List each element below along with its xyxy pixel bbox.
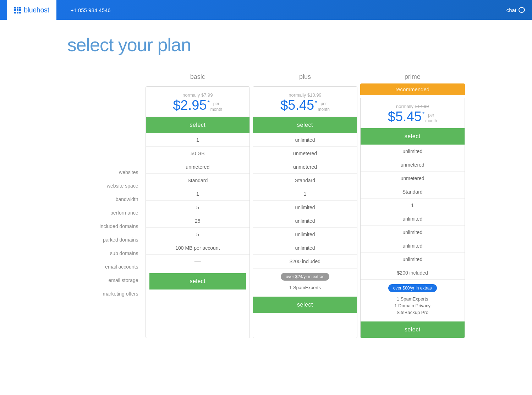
label-marketing-offers: marketing offers	[67, 287, 146, 301]
plan-basic-card: normally $7.99 $2.95 * permonth select 1…	[146, 86, 250, 338]
prime-domain-privacy: 1 Domain Privacy	[364, 303, 461, 308]
basic-email-accounts: 5	[146, 228, 250, 241]
plus-websites: unlimited	[253, 133, 357, 147]
plan-basic-select-bottom[interactable]: select	[149, 273, 246, 290]
label-sub-domains: sub domains	[67, 247, 146, 260]
plan-plus-card: normally $10.99 $5.45 * permonth select …	[253, 86, 357, 338]
feature-labels-column: websites website space bandwidth perform…	[67, 73, 146, 301]
plan-prime-select-top[interactable]: select	[361, 128, 465, 145]
label-email-storage: email storage	[67, 274, 146, 287]
basic-sub-domains: 25	[146, 214, 250, 228]
prime-marketing-offers: $200 included	[361, 266, 465, 280]
recommended-badge: recommended	[360, 83, 465, 95]
plan-prime-select-bottom[interactable]: select	[361, 321, 465, 338]
plan-basic-per: permonth	[210, 101, 222, 112]
label-parked-domains: parked domains	[67, 233, 146, 247]
plus-marketing-offers: $200 included	[253, 255, 357, 268]
plans-wrapper: websites website space bandwidth perform…	[67, 73, 465, 338]
plan-plus-pricing: normally $10.99 $5.45 * permonth	[253, 87, 357, 117]
plan-prime-tier: prime	[360, 73, 465, 81]
prime-sitebackup: SiteBackup Pro	[364, 310, 461, 315]
prime-included-domains: 1	[361, 199, 465, 212]
plan-plus-normally: normally $10.99	[257, 92, 353, 98]
plan-plus-price: $5.45	[280, 98, 314, 112]
basic-marketing-dash: —	[194, 258, 201, 265]
page-title: select your plan	[67, 34, 465, 55]
plan-prime-asterisk: *	[422, 111, 424, 118]
plus-spamexperts: 1 SpamExperts	[257, 285, 353, 290]
logo-area: bluehost	[7, 0, 56, 20]
basic-performance: Standard	[146, 174, 250, 187]
prime-spamexperts: 1 SpamExperts	[364, 296, 461, 302]
plus-extras: over $24/yr in extras 1 SpamExperts	[253, 268, 357, 296]
plan-basic-price-row: $2.95 * permonth	[150, 98, 246, 112]
basic-websites: 1	[146, 133, 250, 147]
plan-prime: prime recommended normally $14.99 $5.45 …	[360, 73, 465, 338]
plus-parked-domains: unlimited	[253, 201, 357, 214]
chat-label: chat	[506, 7, 516, 13]
prime-performance: Standard	[361, 185, 465, 199]
header: bluehost +1 855 984 4546 chat	[0, 0, 532, 20]
prime-parked-domains: unlimited	[361, 212, 465, 226]
prime-websites: unlimited	[361, 145, 465, 158]
plan-basic-normally: normally $7.99	[150, 92, 246, 98]
label-websites: websites	[67, 166, 146, 179]
prime-extras: over $80/yr in extras 1 SpamExperts 1 Do…	[361, 280, 465, 321]
plan-prime-per: permonth	[425, 113, 437, 124]
basic-bandwidth: unmetered	[146, 160, 250, 174]
plan-prime-card: normally $14.99 $5.45 * permonth select …	[360, 98, 465, 338]
plus-extras-badge: over $24/yr in extras	[281, 273, 329, 281]
label-included-domains: included domains	[67, 220, 146, 233]
plus-marketing-price: $200 included	[290, 259, 320, 264]
basic-parked-domains: 5	[146, 201, 250, 214]
plan-basic-price: $2.95	[173, 98, 207, 112]
plus-included-domains: 1	[253, 187, 357, 201]
label-performance: performance	[67, 206, 146, 220]
prime-email-storage: unlimited	[361, 253, 465, 266]
plan-basic-tier: basic	[146, 73, 250, 81]
logo-text: bluehost	[24, 6, 49, 14]
plus-email-storage: unlimited	[253, 241, 357, 255]
logo-grid-icon	[14, 7, 21, 13]
plus-sub-domains: unlimited	[253, 214, 357, 228]
plus-performance: Standard	[253, 174, 357, 187]
plan-prime-pricing: normally $14.99 $5.45 * permonth	[361, 98, 465, 128]
page-content: select your plan websites website space …	[53, 20, 479, 359]
basic-email-storage: 100 MB per account	[146, 241, 250, 255]
label-bandwidth: bandwidth	[67, 193, 146, 206]
prime-website-space: unmetered	[361, 158, 465, 172]
prime-bandwidth: unmetered	[361, 172, 465, 185]
plan-prime-price: $5.45	[388, 110, 422, 123]
basic-marketing-offers: —	[146, 255, 250, 268]
label-website-space: website space	[67, 179, 146, 193]
plan-plus-per: permonth	[318, 101, 329, 112]
basic-website-space: 50 GB	[146, 147, 250, 160]
plan-basic-asterisk: *	[208, 100, 210, 106]
plan-plus-features: unlimited unmetered unmetered Standard 1…	[253, 133, 357, 268]
plan-basic-pricing: normally $7.99 $2.95 * permonth	[146, 87, 250, 117]
chat-button[interactable]: chat	[506, 7, 525, 13]
plan-basic-features: 1 50 GB unmetered Standard 1 5 25 5 100 …	[146, 133, 250, 268]
prime-sub-domains: unlimited	[361, 226, 465, 239]
plan-basic-header: basic	[146, 73, 250, 86]
plus-email-accounts: unlimited	[253, 228, 357, 241]
plan-prime-price-row: $5.45 * permonth	[365, 110, 460, 124]
plus-bandwidth: unmetered	[253, 160, 357, 174]
basic-included-domains: 1	[146, 187, 250, 201]
phone-number: +1 855 984 4546	[71, 7, 111, 13]
plan-plus-price-row: $5.45 * permonth	[257, 98, 353, 112]
chat-bubble-icon	[519, 7, 525, 13]
plan-prime-header: prime recommended	[360, 73, 465, 98]
plan-plus-tier: plus	[253, 73, 357, 81]
plan-plus-header: plus	[253, 73, 357, 86]
prime-marketing-price: $200 included	[397, 270, 428, 276]
plan-plus-asterisk: *	[315, 100, 317, 106]
plan-plus-select-top[interactable]: select	[253, 117, 357, 133]
plus-website-space: unmetered	[253, 147, 357, 160]
plan-plus-select-bottom[interactable]: select	[253, 297, 357, 313]
label-email-accounts: email accounts	[67, 260, 146, 274]
plan-basic: basic normally $7.99 $2.95 * permonth se…	[146, 73, 250, 338]
plan-basic-select-top[interactable]: select	[146, 117, 250, 133]
plan-plus: plus normally $10.99 $5.45 * permonth se…	[253, 73, 357, 338]
prime-extras-badge: over $80/yr in extras	[388, 284, 437, 292]
